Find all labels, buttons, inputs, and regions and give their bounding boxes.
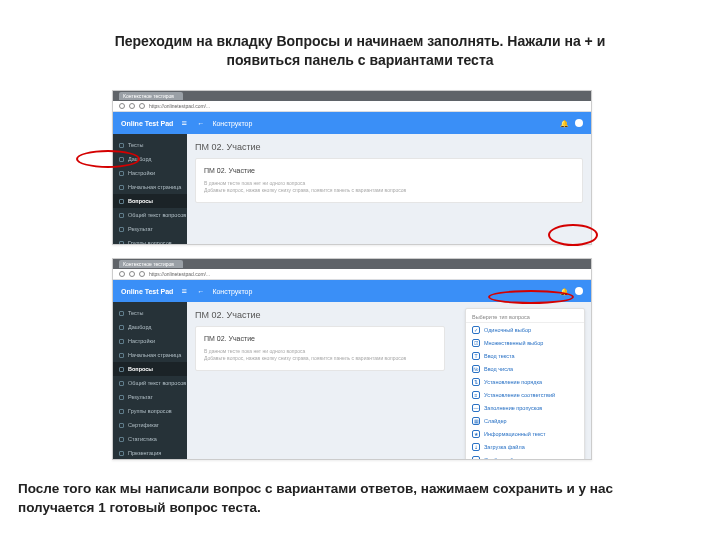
variant-item[interactable]: ⇅Установление порядка [466,375,584,388]
app-topbar: Online Test Pad ← Конструктор [113,112,591,134]
back-arrow[interactable]: ← [197,120,204,127]
variant-item[interactable]: ▦Слайдер [466,414,584,427]
gapfill-icon: — [472,404,480,412]
variant-item[interactable]: ☑Множественный выбор [466,336,584,349]
sidebar-item-cert[interactable]: Сертификат [113,418,187,432]
avatar[interactable] [575,287,583,295]
sidebar-item-questions[interactable]: Вопросы [113,362,187,376]
radio-icon: ✓ [472,326,480,334]
sidebar-item-commontext[interactable]: Общий текст вопросов [113,376,187,390]
variant-item[interactable]: …Свободный ответ [466,453,584,460]
sidebar-item-settings[interactable]: Настройки [113,334,187,348]
card-line: Добавьте вопрос, нажав кнопку снизу спра… [204,355,436,362]
checkbox-icon: ☑ [472,339,480,347]
sidebar-item-result[interactable]: Результат [113,222,187,236]
back-arrow[interactable]: ← [197,288,204,295]
hamburger-icon[interactable] [181,119,189,127]
slider-icon: ▦ [472,417,480,425]
sidebar-item-startpage[interactable]: Начальная страница [113,348,187,362]
screenshot-1: Контекстное тестиров https://onlinetestp… [112,90,592,245]
url-field[interactable]: https://onlinetestpad.com/... [149,271,585,277]
sidebar-item-commontext[interactable]: Общий текст вопросов [113,208,187,222]
sidebar-item-tests[interactable]: Тесты [113,138,187,152]
empty-card: ПМ 02. Участие В данном тесте пока нет н… [195,326,445,371]
sidebar-item-stats[interactable]: Статистика [113,432,187,446]
sidebar-item-groups[interactable]: Группы вопросов [113,236,187,245]
sidebar-item-tests[interactable]: Тесты [113,306,187,320]
number-icon: № [472,365,480,373]
back-icon[interactable] [119,103,125,109]
text-icon: T [472,352,480,360]
sidebar-item-questions[interactable]: Вопросы [113,194,187,208]
card-title: ПМ 02. Участие [204,167,574,174]
sidebar-item-startpage[interactable]: Начальная страница [113,180,187,194]
variant-item[interactable]: ★Информационный текст [466,427,584,440]
reload-icon[interactable] [139,271,145,277]
breadcrumb: Конструктор [212,288,252,295]
card-title: ПМ 02. Участие [204,335,436,342]
sidebar-item-dashboard[interactable]: Дашборд [113,320,187,334]
question-type-panel: Выберите тип вопроса ✓Одиночный выбор ☑М… [465,308,585,460]
sidebar-item-dashboard[interactable]: Дашборд [113,152,187,166]
browser-tabbar: Контекстное тестиров [113,259,591,269]
variant-item[interactable]: №Ввод числа [466,362,584,375]
sidebar: Тесты Дашборд Настройки Начальная страни… [113,134,187,245]
url-field[interactable]: https://onlinetestpad.com/... [149,103,585,109]
sidebar: Тесты Дашборд Настройки Начальная страни… [113,302,187,460]
match-icon: ≡ [472,391,480,399]
free-icon: … [472,456,480,461]
back-icon[interactable] [119,271,125,277]
instruction-bottom: После того как мы написали вопрос с вари… [18,480,690,518]
browser-addressbar: https://onlinetestpad.com/... [113,269,591,280]
app-topbar: Online Test Pad ← Конструктор [113,280,591,302]
avatar[interactable] [575,119,583,127]
empty-card: ПМ 02. Участие В данном тесте пока нет н… [195,158,583,203]
panel-header: Выберите тип вопроса [466,312,584,323]
sidebar-item-present[interactable]: Презентация [113,446,187,460]
card-line: В данном тесте пока нет ни одного вопрос… [204,348,436,355]
sidebar-item-settings[interactable]: Настройки [113,166,187,180]
variant-item[interactable]: ⤓Загрузка файла [466,440,584,453]
main-area: ПМ 02. Участие ПМ 02. Участие В данном т… [187,302,591,460]
breadcrumb: Конструктор [212,120,252,127]
variant-item[interactable]: ≡Установление соответствий [466,388,584,401]
main-area: ПМ 02. Участие ПМ 02. Участие В данном т… [187,134,591,245]
forward-icon[interactable] [129,271,135,277]
bell-icon[interactable] [560,120,567,127]
reload-icon[interactable] [139,103,145,109]
forward-icon[interactable] [129,103,135,109]
browser-addressbar: https://onlinetestpad.com/... [113,101,591,112]
browser-tab[interactable]: Контекстное тестиров [119,92,183,100]
variant-item[interactable]: TВвод текста [466,349,584,362]
brand-label: Online Test Pad [121,288,173,295]
variant-item[interactable]: —Заполнение пропусков [466,401,584,414]
order-icon: ⇅ [472,378,480,386]
browser-tab[interactable]: Контекстное тестиров [119,260,183,268]
sidebar-item-groups[interactable]: Группы вопросов [113,404,187,418]
variant-item[interactable]: ✓Одиночный выбор [466,323,584,336]
hamburger-icon[interactable] [181,287,189,295]
upload-icon: ⤓ [472,443,480,451]
card-line: Добавьте вопрос, нажав кнопку снизу спра… [204,187,574,194]
instruction-heading: Переходим на вкладку Вопросы и начинаем … [80,32,640,70]
sidebar-item-result[interactable]: Результат [113,390,187,404]
page-title: ПМ 02. Участие [195,142,583,152]
card-line: В данном тесте пока нет ни одного вопрос… [204,180,574,187]
brand-label: Online Test Pad [121,120,173,127]
screenshot-2: Контекстное тестиров https://onlinetestp… [112,258,592,460]
info-icon: ★ [472,430,480,438]
browser-tabbar: Контекстное тестиров [113,91,591,101]
bell-icon[interactable] [560,288,567,295]
